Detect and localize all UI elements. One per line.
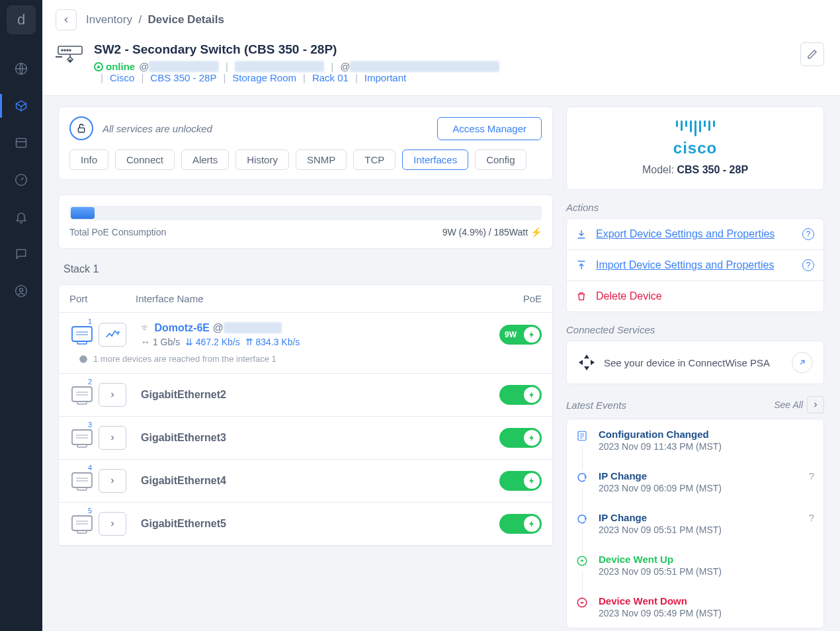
- nav-profile[interactable]: [0, 275, 42, 307]
- poe-toggle[interactable]: [499, 471, 542, 491]
- interface-name: GigabitEthernet3: [141, 432, 226, 443]
- nav-alerts[interactable]: [0, 201, 42, 233]
- tab-history[interactable]: History: [235, 149, 289, 170]
- bolt-icon: [528, 434, 536, 442]
- tab-alerts[interactable]: Alerts: [181, 149, 229, 170]
- tab-config[interactable]: Config: [475, 149, 526, 170]
- event-title: Device Went Down: [599, 595, 814, 607]
- svg-point-7: [64, 50, 65, 51]
- action-delete[interactable]: Delete Device: [567, 280, 823, 312]
- port-cell: 1: [69, 323, 136, 347]
- bell-icon: [15, 210, 28, 224]
- svg-point-8: [67, 50, 68, 51]
- svg-rect-1: [17, 138, 26, 147]
- svg-point-10: [69, 60, 71, 62]
- open-external-button[interactable]: [792, 352, 813, 373]
- unlock-icon: [69, 116, 93, 140]
- expand-button[interactable]: [99, 512, 126, 536]
- device-meta: online @ xxxxxxxxxxxxx | xxxxxxxxxxxxxxx…: [94, 61, 790, 83]
- interface-row: 3 GigabitEthernet3: [59, 417, 552, 460]
- header-info: SW2 - Secondary Switch (CBS 350 - 28P) o…: [94, 42, 790, 83]
- graph-icon: [105, 329, 120, 340]
- meta-tag[interactable]: Cisco: [110, 72, 135, 83]
- event-title: IP Change: [599, 470, 800, 482]
- tab-snmp[interactable]: SNMP: [296, 149, 347, 170]
- status-icon: [94, 62, 103, 71]
- expand-button[interactable]: [99, 323, 126, 347]
- meta-tag[interactable]: Rack 01: [312, 72, 349, 83]
- chevron-right-icon: [807, 396, 824, 413]
- event-icon: [576, 597, 589, 610]
- col-name: Interface Name: [136, 293, 489, 304]
- event-title: Configuration Changed: [599, 429, 814, 440]
- see-all-button[interactable]: See All: [774, 396, 824, 413]
- action-label: Export Device Settings and Properties: [596, 228, 802, 240]
- meta-tag[interactable]: CBS 350 - 28P: [150, 72, 216, 83]
- meta-tag[interactable]: Important: [364, 72, 406, 83]
- event-icon: [576, 513, 589, 526]
- svg-rect-12: [72, 327, 92, 341]
- event-help[interactable]: ?: [809, 512, 814, 523]
- port-cell: 2: [69, 383, 136, 407]
- poe-toggle[interactable]: [499, 385, 542, 405]
- meta-tag[interactable]: Storage Room: [232, 72, 296, 83]
- export-icon: [576, 229, 589, 239]
- import-icon: [576, 260, 589, 271]
- action-import[interactable]: Import Device Settings and Properties ?: [567, 249, 823, 280]
- event-row: Configuration Changed 2023 Nov 09 11:43 …: [567, 419, 823, 461]
- sidebar: d: [0, 0, 42, 631]
- chevron-right-icon: [108, 520, 116, 528]
- expand-button[interactable]: [99, 469, 126, 493]
- nav-dashboard[interactable]: [0, 127, 42, 159]
- ip-blur: xxxxxxxxxxxxx: [149, 61, 219, 72]
- tab-interfaces[interactable]: Interfaces: [402, 149, 468, 170]
- app-logo[interactable]: d: [7, 5, 36, 34]
- services-text: All services are unlocked: [103, 123, 437, 134]
- tab-info[interactable]: Info: [69, 149, 108, 170]
- expand-button[interactable]: [99, 383, 126, 407]
- chevron-left-icon: [62, 15, 71, 24]
- nav-chat[interactable]: [0, 238, 42, 270]
- access-manager-button[interactable]: Access Manager: [437, 117, 542, 140]
- edit-button[interactable]: [800, 42, 824, 66]
- arrow-up-right-icon: [798, 358, 807, 367]
- breadcrumb-parent[interactable]: Inventory: [86, 13, 132, 26]
- help-icon[interactable]: ?: [802, 228, 814, 240]
- back-button[interactable]: [56, 9, 77, 30]
- chevron-right-icon: [108, 434, 116, 442]
- device-title: SW2 - Secondary Switch (CBS 350 - 28P): [94, 42, 790, 57]
- interface-row: 1 ᯤ Domotz-6E @xxxxxxxxxx ↔ 1 Gb/s ⇊ 467…: [59, 313, 552, 374]
- gauge-icon: [15, 173, 28, 187]
- action-label: Delete Device: [596, 290, 814, 302]
- device-header: SW2 - Secondary Switch (CBS 350 - 28P) o…: [42, 37, 840, 96]
- poe-value: 9W (4.9%) / 185Watt ⚡: [442, 227, 542, 237]
- nav-monitor[interactable]: [0, 164, 42, 196]
- poe-toggle[interactable]: [499, 428, 542, 448]
- bolt-icon: [528, 331, 536, 339]
- connectwise-row[interactable]: See your device in ConnectWise PSA: [566, 341, 824, 384]
- mac-blur: xxxxxxxxxxxxxxxxx: [235, 61, 325, 72]
- info-icon: [79, 355, 88, 364]
- svg-point-6: [62, 50, 63, 51]
- help-icon[interactable]: ?: [802, 259, 814, 271]
- pencil-icon: [807, 49, 818, 60]
- nav-globe[interactable]: [0, 53, 42, 85]
- event-date: 2023 Nov 09 05:51 PM (MST): [599, 525, 800, 535]
- tab-tcp[interactable]: TCP: [353, 149, 396, 170]
- action-export[interactable]: Export Device Settings and Properties ?: [567, 219, 823, 249]
- event-help[interactable]: ?: [809, 470, 814, 482]
- nav-inventory[interactable]: [0, 90, 42, 122]
- port-cell: 4: [69, 469, 136, 493]
- tab-connect[interactable]: Connect: [115, 149, 175, 170]
- chevron-right-icon: [108, 391, 116, 399]
- cisco-logo-bars: [580, 120, 810, 136]
- poe-toggle[interactable]: [499, 514, 542, 534]
- status-text: online: [106, 61, 135, 72]
- interface-more: 1 more devices are reached from the inte…: [69, 354, 542, 364]
- expand-button[interactable]: [99, 426, 126, 450]
- interface-name[interactable]: Domotz-6E: [154, 322, 210, 333]
- model-line: Model: CBS 350 - 28P: [580, 164, 810, 176]
- svg-rect-15: [72, 430, 92, 444]
- poe-toggle[interactable]: 9W: [499, 325, 542, 345]
- interface-row: 4 GigabitEthernet4: [59, 460, 552, 503]
